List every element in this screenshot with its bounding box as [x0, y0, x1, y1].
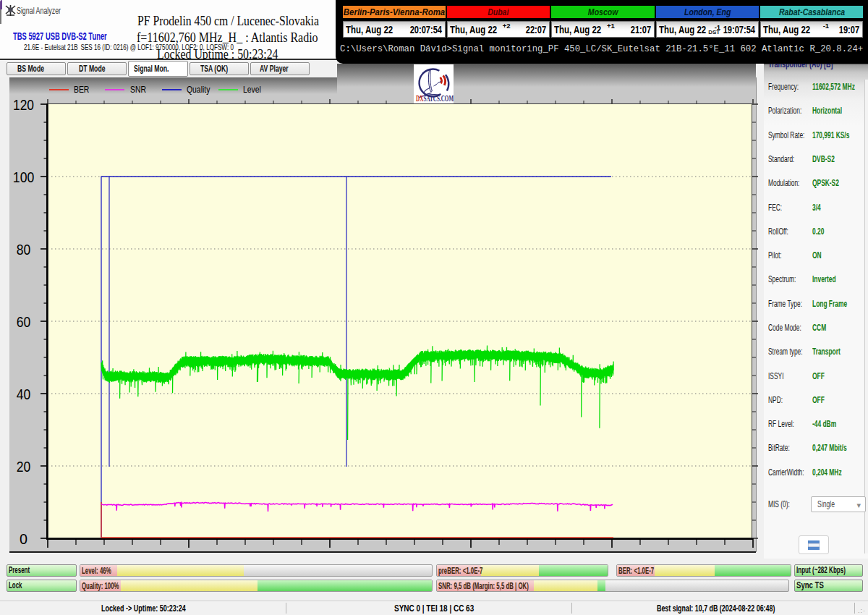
svg-text:60: 60: [17, 313, 31, 330]
svg-text:0: 0: [20, 530, 27, 547]
svg-text:20: 20: [17, 458, 31, 475]
svg-text:80: 80: [17, 241, 31, 258]
svg-text:100: 100: [13, 169, 35, 185]
svg-text:40: 40: [17, 386, 31, 402]
svg-text:120: 120: [13, 96, 34, 113]
svg-text:DX: DX: [416, 93, 423, 103]
svg-text:SATCS.COM: SATCS.COM: [424, 93, 454, 103]
